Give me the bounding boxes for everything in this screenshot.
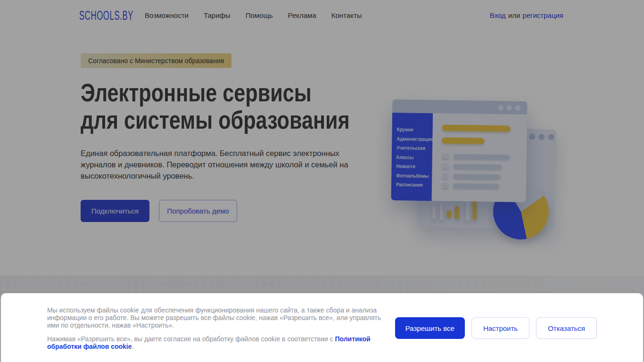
cookie-consent-banner: Мы используем файлы cookie для обеспечен… xyxy=(1,293,643,362)
cookie-text: Мы используем файлы cookie для обеспечен… xyxy=(47,306,387,350)
cookie-buttons: Разрешить все Настроить Отказаться xyxy=(395,317,597,339)
cookie-paragraph-2-period: . xyxy=(132,343,134,350)
allow-all-cookies-button[interactable]: Разрешить все xyxy=(395,317,465,339)
configure-cookies-button[interactable]: Настроить xyxy=(471,317,529,339)
cookie-paragraph-2: Нажимая «Разрешить все», вы даете соглас… xyxy=(47,335,387,350)
cookie-paragraph-2-text: Нажимая «Разрешить все», вы даете соглас… xyxy=(47,335,335,343)
cookie-paragraph-1: Мы используем файлы cookie для обеспечен… xyxy=(47,306,387,329)
decline-cookies-button[interactable]: Отказаться xyxy=(536,317,597,339)
